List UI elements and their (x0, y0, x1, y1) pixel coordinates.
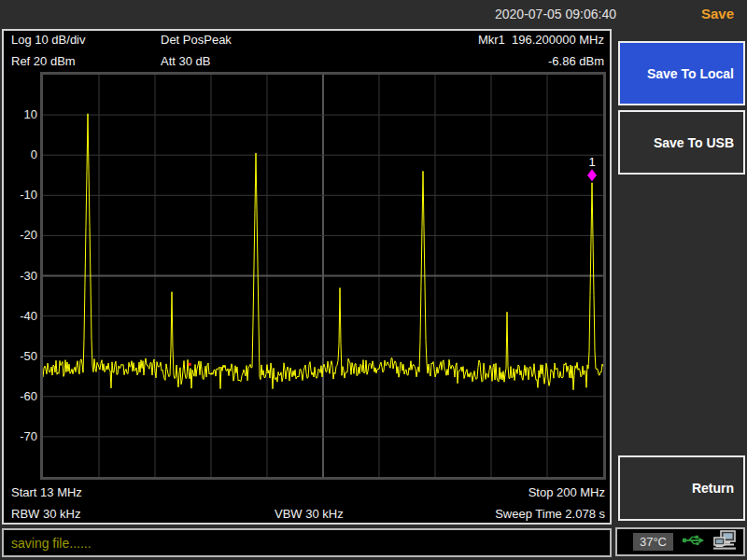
y-tick-label: -50 (6, 349, 37, 364)
stop-frequency-label: Stop 200 MHz (529, 485, 605, 500)
marker-frequency-readout: Mkr1 196.200000 MHz (478, 33, 604, 48)
save-to-local-label: Save To Local (647, 66, 734, 81)
y-tick-label: -70 (6, 429, 37, 444)
amplitude-scale-label: Log 10 dB/div (11, 33, 86, 48)
save-to-local-button[interactable]: Save To Local (618, 41, 745, 105)
datetime: 2020-07-05 09:06:40 (495, 7, 616, 21)
status-message: saving file...... (11, 536, 92, 551)
spectrum-plot: 1 (40, 72, 606, 480)
active-menu-title: Save (701, 6, 734, 21)
svg-text:1: 1 (588, 155, 595, 169)
marker-amplitude-readout: -6.86 dBm (548, 54, 604, 69)
attenuation-label: Att 30 dB (161, 54, 210, 69)
reference-level-label: Ref 20 dBm (11, 54, 76, 69)
y-tick-label: -30 (6, 269, 37, 284)
computer-icon (712, 530, 737, 554)
y-tick-label: -20 (6, 228, 37, 243)
start-frequency-label: Start 13 MHz (11, 485, 82, 500)
usb-icon (682, 534, 704, 551)
return-button[interactable]: Return (618, 455, 745, 521)
system-status-box: 37°C (615, 527, 745, 556)
sweep-time-label: Sweep Time 2.078 s (495, 507, 605, 522)
status-bar: saving file...... (2, 528, 612, 557)
top-bar: 2020-07-05 09:06:40 Save (0, 0, 747, 28)
return-label: Return (692, 481, 734, 496)
y-tick-label: -60 (6, 389, 37, 404)
y-tick-label: 0 (6, 147, 37, 162)
main-display: Log 10 dB/div Det PosPeak Mkr1 196.20000… (2, 29, 612, 525)
y-tick-label: 10 (6, 107, 37, 122)
temperature-badge: 37°C (633, 533, 673, 551)
save-to-usb-button[interactable]: Save To USB (618, 110, 745, 175)
y-tick-label: -10 (6, 188, 37, 203)
detector-label: Det PosPeak (161, 33, 232, 48)
save-to-usb-label: Save To USB (654, 135, 734, 150)
y-tick-label: -40 (6, 309, 37, 324)
vbw-label: VBW 30 kHz (275, 507, 344, 522)
rbw-label: RBW 30 kHz (11, 507, 80, 522)
